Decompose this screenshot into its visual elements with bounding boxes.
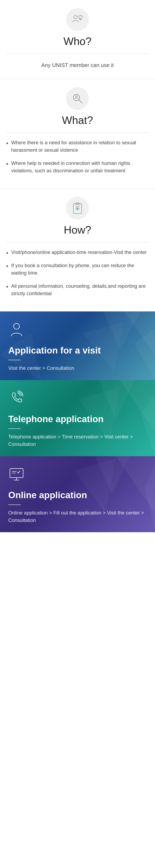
- svg-marker-28: [74, 459, 116, 513]
- how-section: How? Visit/phone/online application-time…: [0, 189, 155, 311]
- svg-point-1: [79, 16, 82, 19]
- visit-bg-decoration: [0, 311, 155, 380]
- visit-desc: Visit the center > Consultation: [8, 365, 147, 372]
- telephone-phone-icon: [8, 391, 25, 407]
- svg-marker-25: [140, 394, 155, 456]
- svg-rect-30: [10, 468, 23, 477]
- who-icon-wrap: [66, 8, 89, 31]
- what-content: Where there is a need for assistance in …: [6, 132, 149, 175]
- visit-section: Application for a visit Visit the center…: [0, 311, 155, 380]
- how-bullet-2: If you book a consultation by phone, you…: [6, 262, 149, 277]
- how-icon: [71, 202, 84, 214]
- svg-marker-29: [145, 466, 155, 532]
- how-title: How?: [6, 224, 149, 236]
- online-icon: [8, 466, 147, 484]
- telephone-title: Telephone application: [8, 414, 147, 424]
- who-title: Who?: [6, 35, 149, 48]
- online-bg-decoration: [0, 456, 155, 532]
- who-section: Who? Any UNIST member can use it: [0, 0, 155, 79]
- svg-marker-18: [83, 322, 124, 371]
- how-bullet-3: All personal information, counseling, de…: [6, 282, 149, 297]
- visit-title: Application for a visit: [8, 345, 147, 355]
- what-icon-wrap: [66, 87, 89, 110]
- what-bullet-list: Where there is a need for assistance in …: [6, 139, 149, 175]
- svg-marker-23: [99, 380, 134, 421]
- svg-line-5: [78, 16, 78, 16]
- svg-point-0: [74, 16, 77, 19]
- online-divider: [8, 504, 21, 505]
- svg-marker-26: [116, 456, 155, 513]
- what-section: What? Where there is a need for assistan…: [0, 79, 155, 189]
- what-bullet-1: Where there is a need for assistance in …: [6, 139, 149, 154]
- visit-icon: [8, 322, 147, 339]
- telephone-divider: [8, 428, 21, 429]
- visit-person-icon: [8, 322, 25, 338]
- svg-marker-16: [124, 311, 155, 354]
- online-desc: Online application > Fill out the applic…: [8, 509, 147, 524]
- what-icon: [71, 92, 84, 105]
- svg-line-4: [82, 16, 83, 16]
- who-text: Any UNIST member can use it: [6, 60, 149, 70]
- who-icon: [71, 13, 84, 26]
- svg-point-21: [14, 323, 20, 329]
- svg-marker-17: [103, 311, 140, 350]
- svg-marker-20: [0, 333, 41, 380]
- who-content: Any UNIST member can use it: [6, 54, 149, 70]
- svg-marker-19: [134, 329, 155, 380]
- how-bullet-1: Visit/phone/online application-time rese…: [6, 249, 149, 256]
- online-title: Online application: [8, 490, 147, 500]
- visit-divider: [8, 360, 21, 360]
- svg-point-14: [77, 208, 78, 209]
- telephone-bg-decoration: [0, 380, 155, 456]
- svg-line-9: [79, 100, 82, 103]
- what-bullet-2: Where help is needed in connection with …: [6, 159, 149, 175]
- online-section: Online application Online application > …: [0, 456, 155, 532]
- telephone-icon: [8, 391, 147, 408]
- how-bullet-list: Visit/phone/online application-time rese…: [6, 249, 149, 297]
- online-monitor-icon: [8, 466, 25, 483]
- how-icon-wrap: [66, 197, 89, 219]
- how-content: Visit/phone/online application-time rese…: [6, 242, 149, 297]
- telephone-section: Telephone application Telephone applicat…: [0, 380, 155, 456]
- svg-marker-27: [95, 456, 130, 494]
- svg-marker-24: [79, 387, 120, 442]
- telephone-desc: Telephone application > Time reservation…: [8, 433, 147, 448]
- svg-point-10: [76, 96, 77, 97]
- svg-marker-22: [120, 380, 155, 432]
- what-title: What?: [6, 114, 149, 126]
